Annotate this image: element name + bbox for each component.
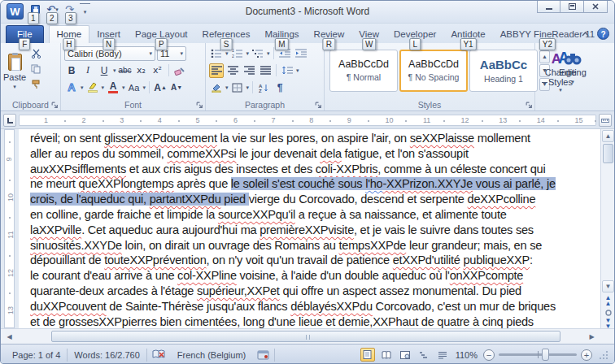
tab-file[interactable]: FileF: [6, 25, 44, 43]
ruler-tick: [9, 141, 11, 143]
scroll-right-button[interactable]: ▶: [586, 331, 598, 342]
style-chip-heading-1[interactable]: AaBbCcHeading 1: [469, 50, 538, 92]
horizontal-ruler[interactable]: 123456789101112131415: [19, 115, 596, 126]
document-line[interactable]: laXXPville. Cet aqueduc aura aujourd'hui…: [30, 223, 595, 238]
document-line[interactable]: réveil; on sent glisserXXPdoucement la v…: [30, 131, 595, 146]
zoom-slider[interactable]: [499, 353, 577, 356]
document-page[interactable]: réveil; on sent glisserXXPdoucement la v…: [19, 129, 600, 328]
minimize-button[interactable]: [537, 1, 560, 13]
font-dialog-launcher[interactable]: [196, 102, 203, 109]
document-line[interactable]: aller au repos du sommeil, commeXXPsi le…: [30, 146, 595, 162]
document-line[interactable]: auxXXPsifflements et aux cris aigus des …: [30, 162, 595, 177]
zoom-level[interactable]: 110%: [454, 350, 479, 360]
minimize-ribbon-button[interactable]: [579, 28, 591, 39]
highlight-button[interactable]: [85, 80, 100, 95]
document-line[interactable]: quarante-deux arcades à l'étage supérieu…: [30, 284, 595, 299]
shading-button[interactable]: [209, 80, 224, 95]
font-color-button[interactable]: A: [106, 80, 120, 95]
sort-button[interactable]: AZ: [256, 80, 271, 95]
show-hide-pilcrow-button[interactable]: ¶: [273, 80, 287, 95]
vertical-ruler[interactable]: 910111213: [1, 129, 19, 328]
scroll-down-button[interactable]: ▼: [602, 280, 614, 292]
macro-record-button[interactable]: [252, 350, 274, 360]
vertical-scroll-thumb[interactable]: [603, 144, 613, 163]
tab-view[interactable]: ViewW: [351, 26, 386, 43]
next-page-button[interactable]: ▼▼: [602, 317, 614, 329]
horizontal-scrollbar[interactable]: ◀ ▶: [1, 328, 614, 344]
draft-view-button[interactable]: [435, 348, 450, 362]
style-chip--no-spacing[interactable]: AaBbCcDd¶ No Spacing: [399, 50, 468, 92]
previous-page-button[interactable]: ▲▲: [602, 294, 614, 306]
align-right-button[interactable]: [242, 63, 256, 78]
style-chip--normal[interactable]: AaBbCcDd¶ Normal: [329, 50, 398, 92]
copy-button[interactable]: [28, 63, 43, 76]
language-indicator[interactable]: French (Belgium): [171, 350, 252, 360]
superscript-button[interactable]: x²: [150, 63, 165, 78]
web-layout-view-button[interactable]: [398, 348, 412, 362]
word-app-icon[interactable]: W: [7, 3, 24, 20]
tab-insert[interactable]: InsertN: [89, 26, 128, 43]
horizontal-scroll-thumb[interactable]: [51, 331, 560, 342]
word-count[interactable]: Words: 16/2.760: [68, 350, 146, 360]
clear-formatting-button[interactable]: [172, 63, 187, 78]
document-line[interactable]: dépouillant de touteXXPprévention, on n'…: [30, 253, 595, 268]
styles-dialog-launcher[interactable]: [526, 102, 533, 109]
outline-view-button[interactable]: [417, 348, 431, 362]
document-line[interactable]: crois, de l'aqueduc qui, partantXXPdu pi…: [30, 192, 595, 207]
justify-button[interactable]: [258, 63, 273, 78]
zoom-slider-thumb[interactable]: [542, 349, 549, 361]
full-screen-reading-view-button[interactable]: [379, 348, 394, 362]
text-effects-button[interactable]: A: [64, 80, 79, 95]
align-left-button[interactable]: [209, 63, 224, 78]
align-center-button[interactable]: [225, 63, 240, 78]
print-layout-view-button[interactable]: [360, 348, 375, 362]
document-line[interactable]: en colline, garde fraiche et limpide la …: [30, 207, 595, 223]
resize-grip[interactable]: [599, 349, 609, 360]
restore-button[interactable]: [560, 1, 584, 13]
subscript-button[interactable]: x₂: [134, 63, 149, 78]
document-line[interactable]: le courant d'eau arrive à une col-XXPlin…: [30, 268, 595, 284]
line-spacing-button[interactable]: [280, 63, 294, 78]
paste-button[interactable]: Paste ▾: [1, 45, 28, 95]
scroll-up-button[interactable]: ▲: [602, 130, 614, 142]
increase-indent-button[interactable]: [294, 46, 308, 61]
change-case-button[interactable]: Aa: [127, 80, 142, 95]
tab-mailings[interactable]: MailingsM: [257, 26, 306, 43]
tab-antidote[interactable]: AntidoteY1: [443, 26, 492, 43]
strikethrough-button[interactable]: abc: [118, 63, 133, 78]
zoom-out-button[interactable]: −: [483, 349, 495, 361]
numbering-icon: 12: [232, 49, 243, 58]
document-line[interactable]: et de grossesXXPpierres bien cimentées, …: [30, 314, 595, 328]
tab-home[interactable]: HomeH: [49, 25, 90, 43]
grow-font-button[interactable]: A▲: [153, 80, 168, 95]
editing-button[interactable]: Editing ▾: [535, 45, 610, 84]
multilevel-list-button[interactable]: [251, 46, 265, 61]
borders-button[interactable]: [230, 80, 245, 95]
qat-customize-button[interactable]: ▾: [80, 3, 90, 15]
bold-button[interactable]: B: [64, 63, 79, 78]
tab-stop-selector[interactable]: [3, 114, 16, 127]
tab-page-layout[interactable]: Page LayoutP: [128, 26, 195, 43]
close-button[interactable]: [584, 1, 608, 13]
tab-references[interactable]: ReferencesS: [195, 26, 258, 43]
paste-icon: [8, 54, 22, 71]
document-line[interactable]: sinuosités.XXYDe loin, on dirait un ouvr…: [30, 238, 595, 254]
italic-button[interactable]: I: [81, 63, 95, 78]
shrink-font-button[interactable]: A▼: [169, 80, 184, 95]
paragraph-dialog-launcher[interactable]: [315, 102, 322, 109]
clipboard-dialog-launcher[interactable]: [51, 102, 59, 109]
scroll-left-button[interactable]: ◀: [3, 331, 15, 342]
tab-developer[interactable]: DeveloperL: [386, 26, 443, 43]
zoom-in-button[interactable]: +: [581, 349, 592, 361]
tab-review[interactable]: ReviewR: [307, 26, 352, 43]
format-painter-button[interactable]: [28, 78, 43, 91]
proofing-status-button[interactable]: [147, 349, 171, 360]
document-line[interactable]: ne meurt queXXPlongtemps après que le so…: [30, 176, 595, 192]
ruler-toggle-button[interactable]: [599, 114, 612, 127]
help-button[interactable]: ?: [597, 28, 609, 40]
underline-button[interactable]: U: [97, 63, 111, 78]
vertical-scrollbar[interactable]: ▲ ▼ ▲▲ ▼▼: [600, 129, 614, 328]
page-indicator[interactable]: Page: 1 of 4: [6, 350, 67, 360]
document-line[interactable]: duXXPcouvent de Sainte-Thérèse jusqu'aux…: [30, 299, 595, 314]
cut-button[interactable]: [28, 47, 43, 60]
